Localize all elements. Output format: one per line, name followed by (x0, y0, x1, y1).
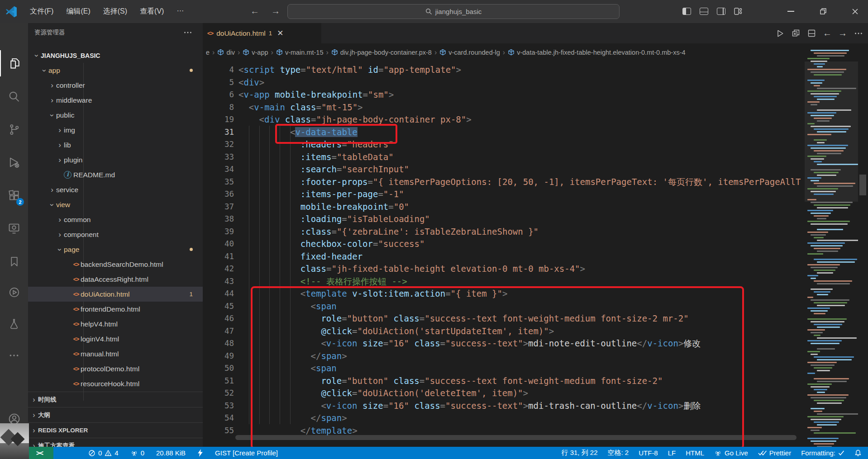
code-line-43[interactable]: <!-- 表格行操作按钮 --> (300, 275, 407, 288)
toggle-primary-sidebar-button[interactable] (679, 5, 694, 18)
vertical-scrollbar[interactable] (858, 43, 868, 459)
tree-item-dataaccessright-html[interactable]: <>dataAccessRight.html (28, 272, 203, 287)
sidebar-section-大纲[interactable]: ›大纲 (28, 407, 203, 422)
tree-item-backendsearchdemo-html[interactable]: <>backendSearchDemo.html (28, 257, 203, 272)
sidebar-section-REDIS XPLORER[interactable]: ›REDIS XPLORER (28, 422, 203, 438)
code-line-35[interactable]: :footer-props="{ itemsPerPageOptions: [2… (300, 175, 801, 188)
code-line-32[interactable]: :headers="headers" (300, 138, 394, 151)
statusbar-encoding[interactable]: UTF-8 (639, 449, 658, 457)
code-line-50[interactable]: <span (311, 362, 337, 374)
code-line-45[interactable]: <span (311, 300, 337, 312)
tree-item-frontenddemo-html[interactable]: <>frontendDemo.html (28, 302, 203, 317)
breadcrumb-item[interactable]: v-data-table.jh-fixed-table-height.eleva… (508, 49, 685, 56)
statusbar-notifications[interactable] (854, 449, 862, 457)
breadcrumb-item[interactable]: v-card.rounded-lg (439, 49, 500, 56)
tree-item-public[interactable]: ›public (28, 108, 203, 123)
tree-item-douiaction-html[interactable]: <>doUiAction.html1 (28, 287, 203, 302)
menu-编辑E[interactable]: 编辑(E) (61, 5, 95, 18)
code-line-51[interactable]: role="button" class="success--text font-… (321, 374, 663, 387)
code-line-33[interactable]: :items="tableData" (300, 151, 394, 163)
tree-item-protocoldemo-html[interactable]: <>protocolDemo.html (28, 361, 203, 376)
statusbar-power[interactable] (197, 449, 203, 457)
tree-item-resourcehook-html[interactable]: <>resourceHook.html (28, 376, 203, 391)
run-file-icon[interactable] (776, 29, 785, 38)
code-line-42[interactable]: class="jh-fixed-table-height elevation-0… (300, 262, 585, 275)
code-line-36[interactable]: :items-per-page="-1" (300, 188, 404, 200)
tab-close-icon[interactable]: ✕ (277, 28, 283, 38)
close-all-preview-icon[interactable] (791, 28, 801, 38)
activitybar-flask-button[interactable] (0, 311, 28, 337)
statusbar-language-mode[interactable]: HTML (686, 449, 704, 457)
activitybar-remote-explorer-button[interactable] (0, 215, 28, 241)
code-line-31[interactable]: <v-data-table (290, 126, 358, 138)
activitybar-extensions-button[interactable]: 2 (0, 182, 28, 208)
statusbar-ports[interactable]: 0 (130, 449, 144, 457)
statusbar-formatting[interactable]: Formatting: (801, 449, 844, 457)
tree-item-manual-html[interactable]: <>manual.html (28, 346, 203, 361)
breadcrumb-item[interactable]: div.jh-page-body-container.px-8 (331, 49, 432, 56)
activitybar-source-control-button[interactable] (0, 116, 28, 142)
code-line-49[interactable]: </span> (311, 350, 347, 362)
code-editor[interactable]: 4<script type="text/html" id="app-templa… (203, 61, 805, 459)
tree-item-app[interactable]: ›app (28, 63, 203, 78)
activitybar-search-button[interactable] (0, 83, 28, 109)
breadcrumb-item[interactable]: e (206, 49, 210, 56)
code-line-53[interactable]: <v-icon size="16" class="success--text">… (321, 399, 701, 412)
tree-item-page[interactable]: ›page (28, 242, 203, 257)
split-editor-icon[interactable] (807, 28, 816, 38)
vertical-scrollbar-slider[interactable] (859, 175, 866, 195)
activitybar-play-circle-button[interactable] (0, 279, 28, 305)
statusbar-gist[interactable]: GIST [Create Profile] (215, 449, 278, 457)
navigate-back-icon[interactable]: ← (823, 28, 832, 38)
editor-more-actions-icon[interactable] (854, 28, 863, 38)
breadcrumb-item[interactable]: v-main.mt-15 (276, 49, 324, 56)
command-center-search[interactable]: jianghujs_basic (287, 4, 620, 19)
breadcrumb-item[interactable]: v-app (243, 49, 268, 56)
sidebar-section-时间线[interactable]: ›时间线 (28, 392, 203, 407)
minimize-button[interactable] (783, 5, 798, 18)
breadcrumb-item[interactable]: div (217, 49, 235, 56)
statusbar-prettier[interactable]: Prettier (758, 449, 791, 457)
statusbar-go-live[interactable]: Go Live (714, 449, 748, 457)
toggle-panel-button[interactable] (696, 5, 711, 18)
tree-item-service[interactable]: ›service (28, 182, 203, 197)
code-line-46[interactable]: role="button" class="success--text font-… (321, 312, 688, 325)
activitybar-more-button[interactable] (0, 342, 28, 369)
tree-item-jianghujs-basic[interactable]: ›JIANGHUJS_BASIC (28, 48, 203, 63)
minimap[interactable] (805, 43, 858, 459)
code-line-52[interactable]: @click="doUiAction('deleteItem', item)"> (321, 387, 528, 399)
code-line-8[interactable]: <v-main class="mt-15"> (249, 101, 363, 114)
code-line-5[interactable]: <div> (238, 76, 264, 89)
navigate-forward-icon[interactable]: → (838, 28, 847, 38)
code-line-37[interactable]: mobile-breakpoint="0" (300, 200, 409, 213)
code-line-48[interactable]: <v-icon size="16" class="success--text">… (321, 337, 701, 350)
code-line-4[interactable]: <script type="text/html" id="app-templat… (238, 63, 461, 76)
code-line-34[interactable]: :search="searchInput" (300, 163, 409, 175)
statusbar-file-size[interactable]: 20.88 KiB (156, 449, 186, 457)
tree-item-loginv4-html[interactable]: <>loginV4.html (28, 331, 203, 346)
tree-item-component[interactable]: ›component (28, 227, 203, 242)
views-more-actions-icon[interactable] (183, 28, 193, 38)
tree-item-view[interactable]: ›view (28, 197, 203, 212)
tree-item-readme-md[interactable]: iREADME.md (28, 167, 203, 182)
history-forward-button[interactable]: → (268, 6, 283, 16)
activitybar-explorer-button[interactable] (0, 50, 29, 76)
activitybar-bookmarks-button[interactable] (0, 248, 28, 274)
code-line-41[interactable]: fixed-header (300, 250, 362, 263)
remote-indicator[interactable]: >< (25, 447, 53, 459)
menu-文件F[interactable]: 文件(F) (24, 5, 59, 18)
code-line-54[interactable]: </span> (311, 412, 347, 424)
code-line-6[interactable]: <v-app mobile-breakpoint="sm"> (238, 88, 394, 101)
customize-layout-button[interactable] (730, 5, 746, 18)
horizontal-scrollbar[interactable] (235, 435, 796, 440)
menu-选择S[interactable]: 选择(S) (98, 5, 133, 18)
menu-···[interactable]: ··· (171, 5, 189, 18)
code-line-38[interactable]: :loading="isTableLoading" (300, 213, 430, 225)
restore-button[interactable] (816, 5, 831, 18)
statusbar-eol[interactable]: LF (668, 449, 676, 457)
tree-item-img[interactable]: ›img (28, 123, 203, 137)
statusbar-cursor-position[interactable]: 行 31, 列 22 (561, 449, 597, 457)
tree-item-plugin[interactable]: ›plugin (28, 152, 203, 167)
close-window-button[interactable] (847, 5, 863, 18)
statusbar-problems[interactable]: 04 (88, 449, 119, 457)
